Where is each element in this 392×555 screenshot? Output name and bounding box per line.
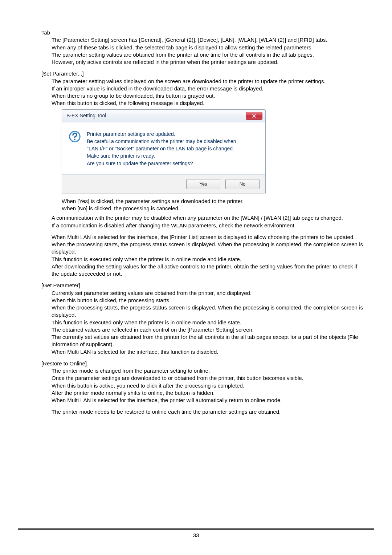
question-icon: [69, 130, 81, 143]
dialog-m3: "LAN I/F" or "Socket" parameter on the L…: [87, 145, 236, 152]
page-number: 33: [18, 532, 374, 539]
afterdlg-p2: When [No] is clicked, the processing is …: [62, 205, 363, 212]
dialog-m2: Be careful a communication with the prin…: [87, 138, 236, 145]
yes-rest: es: [202, 181, 207, 187]
getparam-p3: When the processing starts, the progress…: [52, 304, 363, 319]
setparam-p3: When there is no group to be downloaded,…: [52, 92, 363, 100]
svg-point-2: [74, 139, 75, 140]
dialog-m4: Make sure the printer is ready.: [87, 152, 236, 159]
getparam-p4: This function is executed only when the …: [52, 319, 363, 326]
restore-p4: After the printer mode normally shifts t…: [52, 389, 363, 397]
dialog-m1: Printer parameter settings are updated.: [87, 130, 236, 138]
getparam-p7: When Multi LAN is selected for the inter…: [52, 348, 363, 356]
heading-get-parameter: [Get Parameter]: [41, 282, 363, 289]
afterdlg-p1: When [Yes] is clicked, the parameter set…: [62, 198, 363, 205]
dialog-title: B-EX Setting Tool: [66, 112, 106, 119]
close-button[interactable]: [246, 112, 262, 120]
tab-p3: The parameter setting values are obtaine…: [52, 51, 363, 58]
heading-tab: Tab: [41, 29, 363, 36]
restore-p5: When Multi LAN is selected for the inter…: [52, 397, 363, 404]
dialog-m5: Are you sure to update the parameter set…: [87, 160, 236, 167]
tab-p1: The [Parameter Setting] screen has [Gene…: [52, 36, 363, 44]
tab-p2: When any of these tabs is clicked, the s…: [52, 44, 363, 51]
heading-set-parameter: [Set Parameter...]: [41, 70, 363, 77]
dialog-message: Printer parameter settings are updated. …: [87, 130, 236, 167]
yes-mnemonic: Y: [199, 181, 202, 187]
restore-p6: The printer mode needs to be restored to…: [52, 408, 363, 416]
getparam-p2: When this button is clicked, the process…: [52, 297, 363, 304]
heading-restore-online: [Restore to Online]: [41, 360, 363, 367]
setparam-p6: If a communication is disabled after cha…: [52, 222, 363, 229]
setparam-p5: A communication with the printer may be …: [52, 214, 363, 222]
setparam-p9: This function is executed only when the …: [52, 256, 363, 263]
restore-p1: The printer mode is changed from the par…: [52, 367, 363, 374]
setparam-p2: If an improper value is included in the …: [52, 85, 363, 92]
restore-p2: Once the parameter settings are download…: [52, 374, 363, 382]
setparam-p4: When this button is clicked, the followi…: [52, 100, 363, 107]
restore-p3: When this button is active, you need to …: [52, 382, 363, 389]
no-button[interactable]: No: [225, 179, 260, 189]
setparam-p10: After downloading the setting values for…: [52, 263, 363, 278]
dialog-titlebar: B-EX Setting Tool: [62, 110, 265, 122]
getparam-p6: The currently set values are obtained fr…: [52, 333, 363, 348]
setparam-p1: The parameter setting values displayed o…: [52, 78, 363, 85]
confirm-dialog: B-EX Setting Tool: [62, 109, 266, 194]
footer-rule: [18, 528, 374, 530]
no-label: No: [240, 181, 246, 187]
yes-button[interactable]: Yes: [186, 179, 220, 189]
tab-p4: However, only active controls are reflec…: [52, 58, 363, 66]
setparam-p8: When the processing starts, the progress…: [52, 241, 363, 256]
getparam-p5: The obtained values are reflected in eac…: [52, 326, 363, 333]
getparam-p1: Currently set parameter setting values a…: [52, 289, 363, 297]
setparam-p7: When Multi LAN is selected for the inter…: [52, 234, 363, 241]
